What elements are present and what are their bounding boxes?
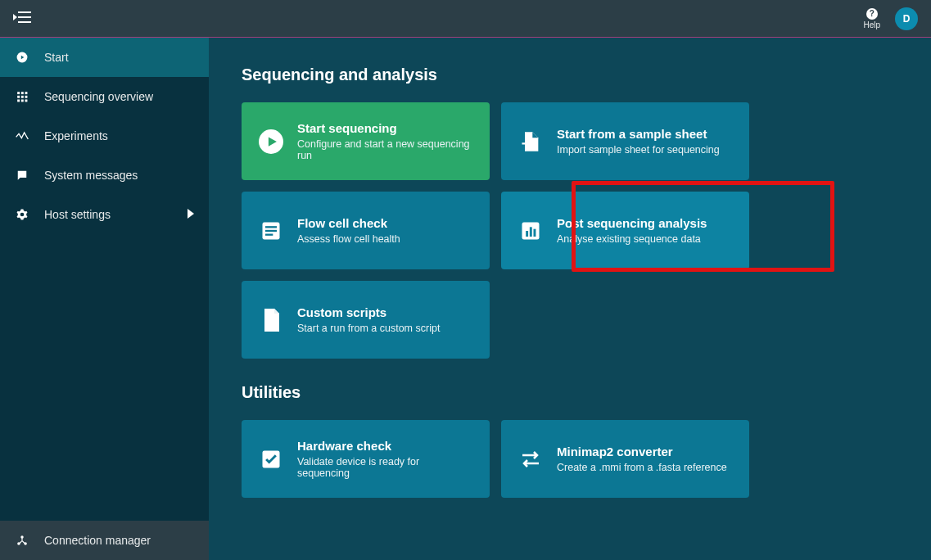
activity-icon [15,131,29,141]
svg-rect-17 [265,233,273,235]
card-title: Post sequencing analysis [557,216,707,230]
avatar-initial: D [903,13,911,25]
card-post-sequencing-analysis[interactable]: Post sequencing analysis Analyse existin… [501,192,749,269]
card-start-sample-sheet[interactable]: Start from a sample sheet Import sample … [501,102,749,180]
card-subtitle: Validate device is ready for sequencing [297,456,473,479]
sidebar-nav: Start Sequencing overview Experiments [0,38,209,521]
card-subtitle: Configure and start a new sequencing run [297,138,473,161]
grid-icon [15,91,29,102]
card-subtitle: Start a run from a custom script [297,323,440,334]
section-utilities: Utilities Hardware check Validate device… [242,383,898,498]
svg-rect-5 [21,96,24,98]
bar-chart-icon [517,218,544,244]
svg-rect-19 [526,231,528,237]
card-title: Hardware check [297,439,473,453]
sidebar: Start Sequencing overview Experiments [0,38,209,560]
sidebar-item-label: Host settings [44,208,111,221]
main-content: Sequencing and analysis Start sequencing… [209,38,931,560]
svg-rect-21 [534,228,536,236]
topbar: ? Help D [0,0,931,38]
svg-rect-16 [265,229,277,231]
card-title: Minimap2 converter [557,445,727,458]
help-icon: ? [866,8,878,20]
help-label: Help [863,21,880,29]
gear-icon [15,209,29,220]
import-file-icon [517,129,544,155]
card-title: Flow cell check [297,216,400,230]
sidebar-item-label: Experiments [44,129,108,142]
sidebar-item-experiments[interactable]: Experiments [0,116,209,156]
svg-rect-6 [25,96,28,98]
card-start-sequencing[interactable]: Start sequencing Configure and start a n… [242,102,490,180]
svg-rect-9 [25,100,28,102]
chevron-right-icon [188,208,194,221]
card-hardware-check[interactable]: Hardware check Validate device is ready … [242,420,490,498]
svg-rect-1 [17,92,20,94]
card-flow-cell-check[interactable]: Flow cell check Assess flow cell health [242,192,490,269]
card-title: Start sequencing [297,121,473,135]
section-title: Sequencing and analysis [242,65,898,84]
card-subtitle: Analyse existing sequence data [557,233,707,245]
sidebar-item-system-messages[interactable]: System messages [0,156,209,195]
sidebar-item-host-settings[interactable]: Host settings [0,195,209,234]
card-subtitle: Create a .mmi from a .fasta reference [557,462,727,473]
play-circle-icon [15,52,29,63]
svg-rect-15 [265,226,277,228]
card-subtitle: Import sample sheet for sequencing [557,144,720,156]
section-title: Utilities [242,383,898,402]
card-title: Custom scripts [297,305,440,319]
svg-rect-3 [25,92,28,94]
help-button[interactable]: ? Help [863,8,880,29]
sidebar-item-connection-manager[interactable]: Connection manager [0,521,209,560]
card-custom-scripts[interactable]: Custom scripts Start a run from a custom… [242,281,490,359]
avatar[interactable]: D [895,7,918,30]
menu-toggle-icon[interactable] [13,10,31,28]
section-sequencing-analysis: Sequencing and analysis Start sequencing… [242,65,898,359]
document-icon [258,307,284,333]
hub-icon [15,535,29,546]
checklist-icon [258,218,284,244]
play-solid-icon [258,129,284,155]
svg-rect-7 [17,100,20,102]
card-title: Start from a sample sheet [557,127,720,141]
svg-rect-4 [17,96,20,98]
sidebar-item-label: Sequencing overview [44,90,153,103]
sidebar-item-label: System messages [44,169,138,182]
sidebar-item-label: Start [44,51,69,64]
check-box-icon [258,446,284,472]
card-subtitle: Assess flow cell health [297,233,400,245]
svg-rect-8 [21,100,24,102]
svg-rect-20 [530,227,532,237]
message-icon [15,169,29,181]
sidebar-item-sequencing-overview[interactable]: Sequencing overview [0,77,209,116]
swap-icon [517,446,544,472]
sidebar-item-label: Connection manager [44,534,151,547]
card-minimap2-converter[interactable]: Minimap2 converter Create a .mmi from a … [501,420,749,498]
svg-rect-2 [21,92,24,94]
sidebar-footer: Connection manager [0,521,209,560]
sidebar-item-start[interactable]: Start [0,38,209,77]
